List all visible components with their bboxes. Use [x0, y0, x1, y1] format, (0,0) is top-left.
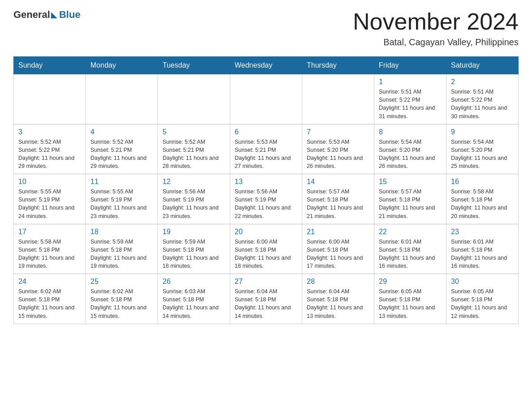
day-number: 21 — [307, 228, 369, 236]
day-number: 7 — [307, 128, 369, 136]
day-info: Sunrise: 6:02 AMSunset: 5:18 PMDaylight:… — [90, 287, 153, 320]
day-number: 30 — [451, 278, 514, 286]
day-number: 23 — [451, 228, 514, 236]
calendar-cell: 17Sunrise: 5:58 AMSunset: 5:18 PMDayligh… — [14, 224, 86, 274]
calendar-cell: 26Sunrise: 6:03 AMSunset: 5:18 PMDayligh… — [158, 274, 230, 324]
calendar-cell — [86, 74, 158, 124]
calendar-table: SundayMondayTuesdayWednesdayThursdayFrid… — [13, 56, 519, 324]
day-info: Sunrise: 6:05 AMSunset: 5:18 PMDaylight:… — [451, 287, 514, 320]
calendar-cell — [14, 74, 86, 124]
day-number: 25 — [90, 278, 153, 286]
day-number: 22 — [379, 228, 442, 236]
month-title: November 2024 — [353, 9, 519, 34]
day-info: Sunrise: 5:56 AMSunset: 5:19 PMDaylight:… — [235, 188, 297, 220]
day-info: Sunrise: 5:51 AMSunset: 5:22 PMDaylight:… — [451, 88, 514, 120]
day-number: 3 — [18, 128, 81, 136]
calendar-cell: 29Sunrise: 6:05 AMSunset: 5:18 PMDayligh… — [374, 274, 446, 324]
day-info: Sunrise: 6:04 AMSunset: 5:18 PMDaylight:… — [307, 287, 369, 320]
header-friday: Friday — [374, 57, 446, 74]
header-tuesday: Tuesday — [158, 57, 230, 74]
calendar-cell: 27Sunrise: 6:04 AMSunset: 5:18 PMDayligh… — [230, 274, 302, 324]
day-info: Sunrise: 5:52 AMSunset: 5:21 PMDaylight:… — [163, 138, 225, 171]
day-info: Sunrise: 5:56 AMSunset: 5:19 PMDaylight:… — [163, 188, 225, 220]
day-number: 1 — [379, 78, 442, 86]
day-number: 29 — [379, 278, 442, 286]
day-number: 24 — [18, 278, 81, 286]
calendar-cell: 18Sunrise: 5:59 AMSunset: 5:18 PMDayligh… — [86, 224, 158, 274]
day-info: Sunrise: 5:57 AMSunset: 5:18 PMDaylight:… — [307, 188, 369, 220]
calendar-cell: 24Sunrise: 6:02 AMSunset: 5:18 PMDayligh… — [14, 274, 86, 324]
header-monday: Monday — [86, 57, 158, 74]
calendar-cell: 15Sunrise: 5:57 AMSunset: 5:18 PMDayligh… — [374, 174, 446, 224]
header-wednesday: Wednesday — [230, 57, 302, 74]
day-number: 16 — [451, 178, 514, 186]
calendar-cell: 3Sunrise: 5:52 AMSunset: 5:22 PMDaylight… — [14, 124, 86, 174]
day-info: Sunrise: 6:00 AMSunset: 5:18 PMDaylight:… — [235, 238, 297, 270]
day-info: Sunrise: 5:52 AMSunset: 5:22 PMDaylight:… — [18, 138, 81, 171]
calendar-cell: 11Sunrise: 5:55 AMSunset: 5:19 PMDayligh… — [86, 174, 158, 224]
calendar-cell: 22Sunrise: 6:01 AMSunset: 5:18 PMDayligh… — [374, 224, 446, 274]
calendar-cell: 23Sunrise: 6:01 AMSunset: 5:18 PMDayligh… — [446, 224, 519, 274]
day-info: Sunrise: 6:00 AMSunset: 5:18 PMDaylight:… — [307, 238, 369, 270]
calendar-cell: 20Sunrise: 6:00 AMSunset: 5:18 PMDayligh… — [230, 224, 302, 274]
day-number: 27 — [235, 278, 297, 286]
logo: General Blue — [13, 9, 81, 21]
day-info: Sunrise: 5:52 AMSunset: 5:21 PMDaylight:… — [90, 138, 153, 171]
week-row-4: 24Sunrise: 6:02 AMSunset: 5:18 PMDayligh… — [14, 274, 519, 324]
day-info: Sunrise: 5:53 AMSunset: 5:20 PMDaylight:… — [307, 138, 369, 171]
day-number: 11 — [90, 178, 153, 186]
day-info: Sunrise: 5:58 AMSunset: 5:18 PMDaylight:… — [451, 188, 514, 220]
day-number: 17 — [18, 228, 81, 236]
day-info: Sunrise: 6:01 AMSunset: 5:18 PMDaylight:… — [379, 238, 442, 270]
week-row-0: 1Sunrise: 5:51 AMSunset: 5:22 PMDaylight… — [14, 74, 519, 124]
calendar-cell — [302, 74, 374, 124]
calendar-cell: 10Sunrise: 5:55 AMSunset: 5:19 PMDayligh… — [14, 174, 86, 224]
calendar-cell: 1Sunrise: 5:51 AMSunset: 5:22 PMDaylight… — [374, 74, 446, 124]
day-number: 10 — [18, 178, 81, 186]
calendar-cell: 21Sunrise: 6:00 AMSunset: 5:18 PMDayligh… — [302, 224, 374, 274]
day-number: 14 — [307, 178, 369, 186]
logo-general-text: General — [13, 9, 50, 21]
day-number: 18 — [90, 228, 153, 236]
day-number: 26 — [163, 278, 225, 286]
header-thursday: Thursday — [302, 57, 374, 74]
calendar-cell: 2Sunrise: 5:51 AMSunset: 5:22 PMDaylight… — [446, 74, 519, 124]
day-info: Sunrise: 5:59 AMSunset: 5:18 PMDaylight:… — [90, 238, 153, 270]
logo-triangle-icon — [51, 12, 57, 18]
day-number: 13 — [235, 178, 297, 186]
header: General Blue November 2024 Batal, Cagaya… — [13, 9, 519, 47]
day-number: 20 — [235, 228, 297, 236]
week-row-3: 17Sunrise: 5:58 AMSunset: 5:18 PMDayligh… — [14, 224, 519, 274]
header-sunday: Sunday — [14, 57, 86, 74]
calendar-cell: 6Sunrise: 5:53 AMSunset: 5:21 PMDaylight… — [230, 124, 302, 174]
day-info: Sunrise: 5:51 AMSunset: 5:22 PMDaylight:… — [379, 88, 442, 120]
calendar-cell: 9Sunrise: 5:54 AMSunset: 5:20 PMDaylight… — [446, 124, 519, 174]
day-number: 9 — [451, 128, 514, 136]
calendar-cell: 19Sunrise: 5:59 AMSunset: 5:18 PMDayligh… — [158, 224, 230, 274]
calendar-cell: 8Sunrise: 5:54 AMSunset: 5:20 PMDaylight… — [374, 124, 446, 174]
day-info: Sunrise: 5:54 AMSunset: 5:20 PMDaylight:… — [451, 138, 514, 171]
day-info: Sunrise: 6:02 AMSunset: 5:18 PMDaylight:… — [18, 287, 81, 320]
title-area: November 2024 Batal, Cagayan Valley, Phi… — [353, 9, 519, 47]
calendar-cell: 5Sunrise: 5:52 AMSunset: 5:21 PMDaylight… — [158, 124, 230, 174]
day-info: Sunrise: 5:59 AMSunset: 5:18 PMDaylight:… — [163, 238, 225, 270]
calendar-cell: 14Sunrise: 5:57 AMSunset: 5:18 PMDayligh… — [302, 174, 374, 224]
logo-blue-text: Blue — [59, 9, 81, 21]
day-number: 12 — [163, 178, 225, 186]
calendar-cell: 25Sunrise: 6:02 AMSunset: 5:18 PMDayligh… — [86, 274, 158, 324]
day-number: 4 — [90, 128, 153, 136]
day-info: Sunrise: 5:53 AMSunset: 5:21 PMDaylight:… — [235, 138, 297, 171]
week-row-2: 10Sunrise: 5:55 AMSunset: 5:19 PMDayligh… — [14, 174, 519, 224]
location-title: Batal, Cagayan Valley, Philippines — [353, 37, 519, 47]
day-info: Sunrise: 6:01 AMSunset: 5:18 PMDaylight:… — [451, 238, 514, 270]
day-number: 8 — [379, 128, 442, 136]
calendar-cell: 4Sunrise: 5:52 AMSunset: 5:21 PMDaylight… — [86, 124, 158, 174]
day-number: 28 — [307, 278, 369, 286]
day-number: 15 — [379, 178, 442, 186]
calendar-cell — [230, 74, 302, 124]
calendar-cell: 16Sunrise: 5:58 AMSunset: 5:18 PMDayligh… — [446, 174, 519, 224]
calendar-cell — [158, 74, 230, 124]
day-info: Sunrise: 6:03 AMSunset: 5:18 PMDaylight:… — [163, 287, 225, 320]
day-info: Sunrise: 5:54 AMSunset: 5:20 PMDaylight:… — [379, 138, 442, 171]
day-info: Sunrise: 6:04 AMSunset: 5:18 PMDaylight:… — [235, 287, 297, 320]
